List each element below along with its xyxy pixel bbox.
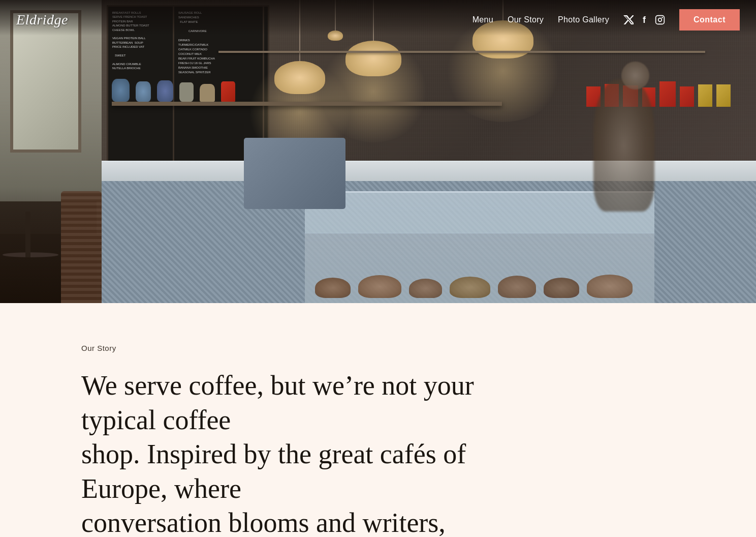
facebook-icon[interactable]: f	[643, 15, 646, 25]
shelf-item-1	[112, 79, 130, 102]
section-heading: We serve coffee, but we’re not your typi…	[81, 369, 518, 537]
logo[interactable]: Eldridge	[16, 12, 68, 28]
social-links: f	[623, 15, 665, 25]
pastry-display	[315, 275, 644, 298]
wall-rail	[218, 51, 705, 53]
svg-point-2	[662, 17, 663, 18]
shelf-item-4	[179, 82, 194, 102]
hero-section: BREAKFAST ROLLS SERVE FRENCH TOAST PROTE…	[0, 0, 756, 303]
content-section: Our Story We serve coffee, but we’re not…	[0, 303, 756, 537]
twitter-icon[interactable]	[623, 15, 634, 24]
nav-link-our-story[interactable]: Our Story	[508, 15, 544, 24]
instagram-icon[interactable]	[655, 15, 665, 25]
heading-line-2: shop. Inspired by the great cafés of Eur…	[81, 439, 466, 504]
shelf-item-2	[136, 81, 151, 102]
section-label: Our Story	[81, 344, 675, 352]
shelf-items	[112, 79, 235, 102]
nav-link-menu[interactable]: Menu	[472, 15, 493, 24]
contact-button[interactable]: Contact	[679, 9, 740, 31]
pastry-4	[450, 277, 490, 298]
pastry-2	[358, 275, 401, 298]
heading-line-3: conversation blooms and writers, artists…	[81, 508, 446, 537]
pastry-1	[315, 278, 351, 298]
svg-point-1	[658, 18, 662, 22]
nav-right: Menu Our Story Photo Gallery f Contact	[472, 9, 740, 31]
person-head	[621, 62, 649, 90]
chair-back	[61, 191, 102, 303]
lamp-shade-2	[345, 41, 401, 76]
gold-box-2	[716, 84, 731, 107]
pastry-7	[587, 275, 633, 298]
shelf-item-5	[200, 84, 215, 102]
red-bag	[221, 81, 235, 102]
pastry-6	[544, 278, 579, 298]
svg-rect-0	[656, 16, 665, 24]
heading-line-1: We serve coffee, but we’re not your typi…	[81, 370, 474, 435]
shelf-item-3	[157, 80, 173, 102]
red-box-6	[680, 86, 694, 107]
nav-link-photo-gallery[interactable]: Photo Gallery	[558, 15, 609, 24]
navigation: Eldridge Menu Our Story Photo Gallery f …	[0, 0, 756, 40]
gold-box-1	[698, 84, 712, 107]
hero-image: BREAKFAST ROLLS SERVE FRENCH TOAST PROTE…	[0, 0, 756, 303]
lamp-shade-1	[274, 61, 325, 94]
wall-shelf	[112, 102, 502, 106]
pastry-3	[409, 279, 442, 298]
pastry-5	[498, 276, 536, 298]
coffee-machine	[244, 138, 345, 209]
counter-top	[102, 161, 756, 181]
person-silhouette	[593, 79, 654, 212]
table-leg	[25, 212, 30, 257]
red-box-5	[659, 81, 676, 107]
